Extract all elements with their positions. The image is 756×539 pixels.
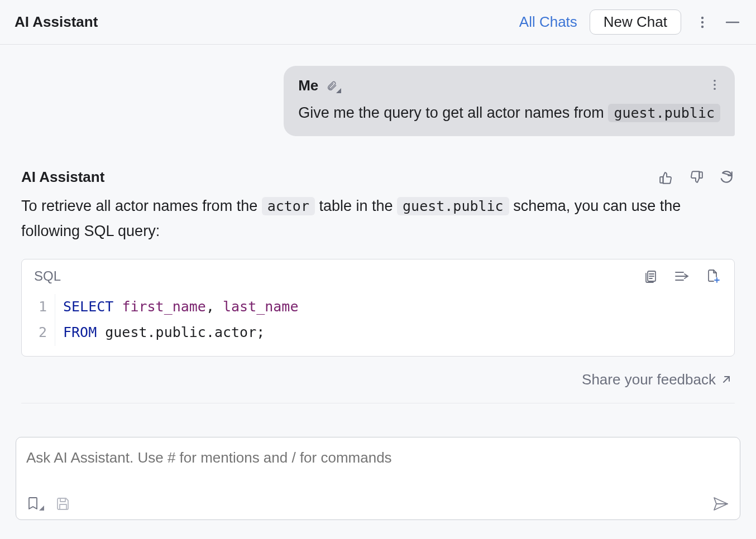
new-scratch-file-icon[interactable] — [704, 267, 722, 285]
svg-line-16 — [724, 377, 729, 382]
send-button[interactable] — [712, 495, 730, 513]
svg-point-4 — [714, 80, 716, 82]
input-left-icons — [26, 495, 72, 513]
svg-point-5 — [714, 84, 716, 86]
user-message-header: Me — [298, 77, 720, 94]
assistant-message-text: To retrieve all actor names from the act… — [21, 194, 735, 243]
chat-area: Me Give me the query to get all actor na… — [0, 45, 756, 437]
code-block: SQL 1 SELECT first_name, last_name — [21, 259, 735, 357]
save-icon[interactable] — [54, 495, 72, 513]
svg-point-0 — [701, 16, 704, 18]
code-body[interactable]: 1 SELECT first_name, last_name 2 FROM gu… — [22, 288, 734, 356]
user-text-prefix: Give me the query to get all actor names… — [298, 104, 608, 121]
thumbs-down-icon[interactable] — [688, 169, 705, 186]
chat-input-box[interactable] — [16, 437, 740, 520]
assistant-inline-code-2: guest.public — [397, 197, 509, 215]
header-bar: AI Assistant All Chats New Chat — [0, 0, 756, 45]
external-link-icon — [721, 374, 731, 384]
svg-rect-17 — [60, 498, 65, 502]
assistant-actions — [658, 169, 735, 186]
svg-rect-18 — [60, 504, 66, 509]
feedback-label: Share your feedback — [582, 371, 716, 388]
chat-input[interactable] — [26, 445, 730, 488]
attachment-icon[interactable] — [326, 80, 341, 92]
message-menu-icon[interactable] — [706, 76, 724, 94]
code-block-actions — [642, 267, 722, 285]
input-toolbar — [26, 495, 730, 513]
assistant-message-block: AI Assistant To retrieve all actor names… — [21, 169, 735, 388]
kebab-menu-icon[interactable] — [693, 13, 711, 31]
bookmark-icon[interactable] — [26, 495, 44, 513]
all-chats-link[interactable]: All Chats — [519, 13, 577, 31]
copy-code-icon[interactable] — [642, 267, 659, 285]
assistant-sender-label: AI Assistant — [21, 169, 104, 186]
panel-title: AI Assistant — [15, 13, 98, 31]
section-divider — [21, 403, 735, 403]
feedback-row: Share your feedback — [21, 371, 735, 388]
code-block-header: SQL — [22, 259, 734, 288]
user-message-text: Give me the query to get all actor names… — [298, 102, 720, 124]
share-feedback-link[interactable]: Share your feedback — [582, 371, 731, 388]
line-number: 1 — [22, 294, 55, 320]
code-language-label: SQL — [34, 268, 61, 284]
assistant-inline-code-1: actor — [262, 197, 315, 215]
user-sender-label: Me — [298, 77, 318, 94]
user-inline-code: guest.public — [608, 104, 720, 122]
svg-point-6 — [714, 88, 716, 90]
header-actions: All Chats New Chat — [519, 9, 741, 35]
code-line: 2 FROM guest.public.actor; — [22, 320, 734, 345]
user-message-bubble: Me Give me the query to get all actor na… — [284, 66, 735, 136]
svg-point-1 — [701, 21, 704, 23]
thumbs-up-icon[interactable] — [658, 169, 674, 186]
assistant-text-p1: To retrieve all actor names from the — [21, 198, 262, 214]
assistant-message-header: AI Assistant — [21, 169, 735, 186]
new-chat-button[interactable]: New Chat — [590, 9, 681, 35]
code-line: 1 SELECT first_name, last_name — [22, 294, 734, 320]
code-content: SELECT first_name, last_name — [55, 294, 298, 320]
code-content: FROM guest.public.actor; — [55, 320, 265, 345]
input-area — [0, 437, 756, 539]
regenerate-icon[interactable] — [718, 169, 735, 186]
minimize-icon[interactable] — [724, 13, 741, 31]
insert-code-icon[interactable] — [673, 267, 691, 285]
svg-point-2 — [701, 25, 704, 27]
line-number: 2 — [22, 320, 55, 345]
assistant-text-p2: table in the — [315, 198, 397, 214]
